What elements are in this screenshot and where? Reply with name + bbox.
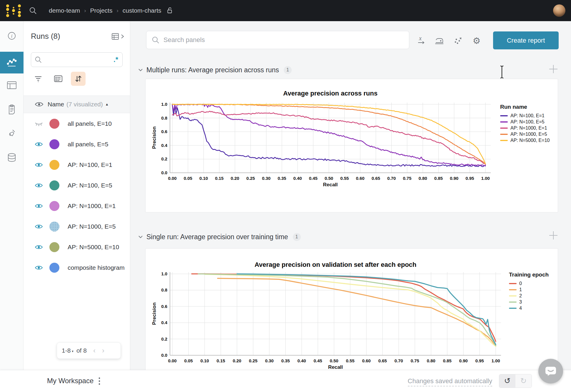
legend-item: AP: N=1000, E=5 — [500, 131, 559, 137]
eye-visible-icon[interactable] — [35, 265, 43, 271]
x-tick-label: 0.45 — [313, 358, 322, 363]
y-tick-label: 0.0 — [161, 353, 167, 358]
runs-table-nav-icon[interactable] — [0, 74, 24, 96]
run-row[interactable]: AP: N=5000, E=10 — [24, 237, 130, 257]
x-axis-title: Recall — [328, 364, 343, 370]
runs-sidebar: Runs (8) .* — [24, 21, 130, 370]
add-panel-button[interactable] — [548, 64, 558, 74]
legend-title: Run name — [500, 104, 559, 110]
legend-label: AP: N=5000, E=10 — [510, 138, 550, 143]
run-row[interactable]: all panels, E=5 — [24, 134, 130, 155]
left-nav-rail: i — [0, 21, 24, 370]
undo-button[interactable]: ↺ — [499, 374, 515, 388]
legend-swatch — [509, 308, 517, 309]
x-tick-label: 0.05 — [184, 358, 193, 363]
eye-visible-icon[interactable] — [35, 203, 43, 209]
lock-open-icon — [167, 7, 173, 14]
breadcrumb: demo-team › Projects › custom-charts — [49, 7, 173, 14]
wandb-workspace: demo-team › Projects › custom-charts i — [0, 0, 571, 392]
filter-funnel-button[interactable] — [31, 72, 46, 86]
charts-workspace-icon[interactable] — [0, 52, 24, 73]
run-row[interactable]: AP: N=1000, E=1 — [24, 196, 130, 216]
run-row[interactable]: AP: N=100, E=1 — [24, 155, 130, 175]
panel-search-input[interactable] — [163, 36, 404, 44]
collapse-chevron-icon[interactable] — [138, 235, 143, 238]
smoothing-iron-icon[interactable] — [433, 35, 445, 46]
legend-item: AP: N=100, E=5 — [500, 119, 559, 125]
panel-search-box — [146, 31, 409, 49]
run-row[interactable]: AP: N=1000, E=5 — [24, 216, 130, 237]
page-range-caret-icon: ▾ — [72, 349, 74, 353]
group-list-button[interactable] — [51, 72, 66, 86]
y-tick-label: 0.6 — [161, 304, 167, 309]
legend-swatch — [500, 140, 508, 141]
workspace-tab[interactable]: My Workspace — [47, 377, 94, 385]
chart-legend: Training epoch 0 1 2 3 4 — [509, 272, 568, 311]
legend-swatch — [500, 128, 508, 129]
run-name-label: AP: N=100, E=1 — [68, 161, 112, 168]
run-list-header[interactable]: Name (7 visualized) ▲ — [24, 96, 130, 113]
run-search-input[interactable] — [45, 56, 113, 63]
nav-search-icon[interactable] — [29, 6, 37, 15]
breadcrumb-projects[interactable]: Projects — [90, 7, 113, 14]
prev-page-button[interactable]: ‹ — [93, 347, 96, 354]
artifacts-database-icon[interactable] — [0, 147, 24, 169]
run-row[interactable]: composite histogram — [24, 257, 130, 278]
legend-label: 0 — [519, 281, 522, 286]
x-tick-label: 0.80 — [427, 358, 435, 363]
eye-visible-icon[interactable] — [35, 182, 43, 188]
redo-button[interactable]: ↻ — [515, 374, 532, 388]
top-navbar: demo-team › Projects › custom-charts — [0, 0, 571, 21]
overview-info-icon[interactable]: i — [0, 25, 24, 47]
user-avatar[interactable] — [553, 4, 565, 17]
breadcrumb-project-name[interactable]: custom-charts — [123, 7, 161, 14]
eye-visible-icon[interactable] — [35, 244, 43, 250]
legend-item: 4 — [509, 305, 568, 311]
x-tick-label: 0.25 — [246, 176, 255, 181]
add-panel-button[interactable] — [548, 230, 558, 240]
y-tick-label: 0.8 — [161, 115, 167, 120]
x-tick-label: 0.45 — [309, 176, 318, 181]
eye-hidden-icon[interactable] — [35, 121, 43, 127]
chart-panel[interactable]: Average precision across runs 0.000.050.… — [145, 79, 558, 212]
eye-visible-icon[interactable] — [35, 224, 43, 229]
create-report-button[interactable]: Create report — [493, 31, 559, 49]
x-tick-label: 0.15 — [215, 176, 223, 181]
series-line — [198, 274, 496, 346]
support-chat-button[interactable] — [538, 359, 563, 383]
chat-bubble-icon — [545, 366, 557, 376]
run-row[interactable]: all panels, E=10 — [24, 113, 130, 134]
sweeps-broom-icon[interactable] — [0, 123, 24, 145]
runs-pagination: 1-8 ▾ of 8 ‹ › — [57, 342, 121, 359]
eye-visible-icon[interactable] — [35, 162, 43, 168]
run-row[interactable]: AP: N=100, E=5 — [24, 175, 130, 196]
y-tick-label: 0.2 — [161, 156, 167, 161]
wandb-logo-icon[interactable] — [5, 4, 22, 17]
x-axis-settings-icon[interactable]: x — [415, 35, 427, 46]
y-tick-label: 0.4 — [161, 143, 168, 148]
legend-item: AP: N=1000, E=1 — [500, 125, 559, 131]
series-line — [218, 278, 496, 346]
x-tick-label: 0.60 — [362, 358, 370, 363]
page-range-dropdown[interactable]: 1-8 — [62, 347, 71, 354]
regex-toggle[interactable]: .* — [113, 57, 119, 62]
collapse-chevron-icon[interactable] — [138, 68, 143, 71]
outlier-points-icon[interactable] — [452, 35, 464, 46]
expand-run-table-button[interactable] — [112, 33, 124, 40]
legend-label: 3 — [519, 299, 522, 305]
run-color-dot — [49, 139, 59, 149]
x-tick-label: 0.90 — [459, 358, 468, 363]
sort-button[interactable] — [71, 72, 86, 86]
name-column-label: Name — [48, 101, 64, 108]
y-axis-title: Precision — [151, 302, 157, 325]
eye-visible-icon[interactable] — [35, 141, 43, 147]
workspace-menu-kebab-icon[interactable] — [97, 376, 102, 388]
legend-title: Training epoch — [509, 272, 568, 278]
notes-clipboard-icon[interactable] — [0, 98, 24, 120]
settings-gear-icon[interactable]: ⚙ — [471, 35, 482, 46]
x-tick-label: 0.65 — [372, 176, 380, 181]
run-name-label: AP: N=1000, E=1 — [68, 202, 116, 210]
next-page-button[interactable]: › — [102, 347, 104, 354]
breadcrumb-team[interactable]: demo-team — [49, 7, 80, 14]
legend-swatch — [500, 115, 508, 116]
